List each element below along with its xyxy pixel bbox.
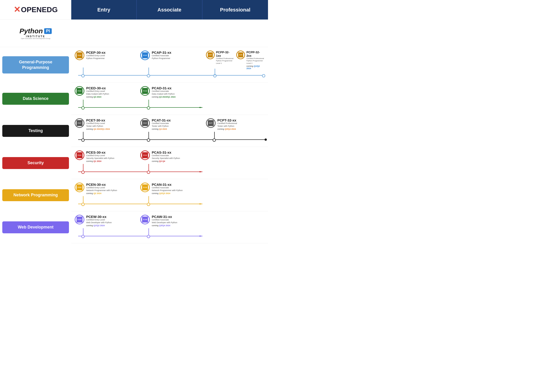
cert-card-general-associate: PCAP PCAP-31-xx Certified Associate Pyth… bbox=[140, 51, 199, 60]
cert-icon-data-assoc: PCAD bbox=[140, 86, 150, 96]
cert-web-entry: PCEW PCEW-30-xx Certified Entry-Level We… bbox=[71, 211, 137, 243]
category-label-security: Security bbox=[2, 157, 69, 169]
category-label-network: Network Programming bbox=[2, 189, 69, 201]
cert-icon-general-pro2: PCPP bbox=[236, 51, 245, 59]
cert-card-general-pro2: PCPP PCPP-32-2xx Certified Professional … bbox=[236, 51, 265, 79]
cert-card-general-pro1: PCPP PCPP-32-1xx Certified Professional … bbox=[206, 51, 234, 79]
category-cell-web: Web Development bbox=[0, 211, 71, 243]
cert-data-pro-empty bbox=[203, 83, 268, 115]
cert-icon-general-entry: PCEP bbox=[75, 51, 84, 60]
cert-icon-inner-assoc: PCAP bbox=[142, 52, 148, 58]
cert-text-general-associate: PCAP-31-xx Certified Associate Python Pr… bbox=[152, 51, 171, 60]
row-testing: PCET PCET-30-xx Certified Entry-Level Te… bbox=[71, 115, 268, 147]
pi-badge: PI bbox=[44, 28, 52, 34]
python-text: Python bbox=[19, 27, 43, 35]
left-panel: Python PI INSTITUTE Open Education and D… bbox=[0, 19, 71, 243]
category-label-general: General-Purpose Programming bbox=[2, 56, 69, 74]
cert-icon-testing-entry: PCET bbox=[75, 118, 84, 128]
cert-web-pro-empty bbox=[203, 211, 268, 243]
header: ✕ OPENEDG Entry Associate Professional bbox=[0, 0, 268, 19]
cert-security-pro-empty bbox=[203, 147, 268, 179]
pi-logo: Python PI INSTITUTE Open Education and D… bbox=[19, 27, 52, 39]
cert-testing-pro: PCPT PCPT-32-xx Certified Professional T… bbox=[203, 115, 268, 147]
pi-institute-row: Python PI bbox=[19, 27, 52, 35]
cert-network-entry: PCEN PCEN-30-xx Certified Entry-Level Ne… bbox=[71, 179, 137, 211]
category-cell-network: Network Programming bbox=[0, 179, 71, 211]
timeline-dot-general-assoc bbox=[147, 74, 150, 77]
cert-icon-general-associate: PCAP bbox=[140, 51, 150, 60]
category-label-data: Data Science bbox=[2, 93, 69, 104]
cert-general-professional: PCPP PCPP-32-1xx Certified Professional … bbox=[203, 47, 268, 82]
cert-general-associate: PCAP PCAP-31-xx Certified Associate Pyth… bbox=[137, 47, 202, 82]
cert-icon-web-entry: PCEW bbox=[75, 215, 84, 224]
cert-security-associate: PCAS PCAS-31-xx Certified Associate Secu… bbox=[137, 147, 202, 179]
cert-general-entry: PCEP PCEP-30-xx Certified Entry-Level Py… bbox=[71, 47, 137, 82]
pi-subtitle: Open Education and Development Group bbox=[21, 38, 50, 39]
category-cell-general: General-Purpose Programming bbox=[0, 47, 71, 83]
cert-text-general-entry: PCEP-30-xx Certified Entry-Level Python … bbox=[86, 51, 105, 60]
cert-testing-entry: PCET PCET-30-xx Certified Entry-Level Te… bbox=[71, 115, 137, 147]
cert-network-pro-empty bbox=[203, 179, 268, 211]
cert-data-entry: PCED PCED-30-xx Certified Entry-Level Da… bbox=[71, 83, 137, 115]
row-network: PCEN PCEN-30-xx Certified Entry-Level Ne… bbox=[71, 179, 268, 211]
cert-desc: Certified Associate Python Programmer bbox=[152, 54, 171, 60]
logo-area: ✕ OPENEDG bbox=[0, 0, 71, 19]
content-area: Python PI INSTITUTE Open Education and D… bbox=[0, 19, 268, 243]
logo-open: OPENEDG bbox=[21, 5, 58, 14]
cert-code: PCAP-31-xx bbox=[152, 51, 171, 54]
row-data: PCED PCED-30-xx Certified Entry-Level Da… bbox=[71, 83, 268, 115]
pi-logo-section: Python PI INSTITUTE Open Education and D… bbox=[0, 19, 71, 47]
row-general: PCEP PCEP-30-xx Certified Entry-Level Py… bbox=[71, 47, 268, 83]
cert-security-entry: PCES PCES-30-xx Certified Entry-Level Se… bbox=[71, 147, 137, 179]
logo-x-icon: ✕ bbox=[14, 5, 20, 14]
column-headers: Entry Associate Professional bbox=[71, 0, 268, 19]
entry-column-header: Entry bbox=[71, 0, 137, 19]
cert-icon-security-assoc: PCAS bbox=[140, 150, 150, 160]
cert-icon-security-entry: PCES bbox=[75, 150, 84, 160]
category-label-testing: Testing bbox=[2, 125, 69, 137]
row-security: PCES PCES-30-xx Certified Entry-Level Se… bbox=[71, 147, 268, 179]
row-web: PCEW PCEW-30-xx Certified Entry-Level We… bbox=[71, 211, 268, 243]
pi-logo-spacer bbox=[71, 19, 268, 47]
cert-web-associate: PCAW PCAW-31-xx Certified Associate Web … bbox=[137, 211, 202, 243]
cert-coming-general-pro2: coming Q1/Q2 2024 bbox=[247, 65, 265, 70]
cert-icon-data-entry: PCED bbox=[75, 86, 84, 96]
category-cell-data: Data Science bbox=[0, 83, 71, 115]
cert-card-general-entry: PCEP PCEP-30-xx Certified Entry-Level Py… bbox=[75, 51, 133, 60]
cert-icon-inner: PCEP bbox=[76, 52, 82, 58]
category-cell-testing: Testing bbox=[0, 115, 71, 147]
cert-data-associate: PCAD PCAD-31-xx Certified Associate Data… bbox=[137, 83, 202, 115]
timeline-dot-general-pro2 bbox=[262, 74, 265, 77]
cert-icon-network-entry: PCEN bbox=[75, 182, 84, 192]
cert-icon-testing-pro: PCPT bbox=[206, 118, 216, 128]
category-cell-security: Security bbox=[0, 147, 71, 179]
openedg-logo: ✕ OPENEDG bbox=[14, 5, 58, 14]
associate-column-header: Associate bbox=[137, 0, 202, 19]
cert-icon-testing-assoc: PCAT bbox=[140, 118, 150, 128]
category-label-web: Web Development bbox=[2, 221, 69, 233]
cert-desc: Certified Entry-Level Python Programmer bbox=[86, 54, 105, 60]
timeline-dot-general-entry bbox=[81, 74, 85, 77]
cert-icon-general-pro1: PCPP bbox=[206, 51, 215, 59]
right-panel: PCEP PCEP-30-xx Certified Entry-Level Py… bbox=[71, 19, 268, 243]
cert-code: PCEP-30-xx bbox=[86, 51, 105, 54]
cert-testing-associate: PCAT PCAT-31-xx Certified Associate Test… bbox=[137, 115, 202, 147]
cert-network-associate: PCAN PCAN-31-xx Certified Associate Netw… bbox=[137, 179, 202, 211]
professional-column-header: Professional bbox=[203, 0, 268, 19]
page-container: ✕ OPENEDG Entry Associate Professional bbox=[0, 0, 268, 243]
pi-institute-text: INSTITUTE bbox=[26, 35, 45, 38]
cert-icon-web-assoc: PCAW bbox=[140, 215, 150, 224]
cert-icon-network-assoc: PCAN bbox=[140, 182, 150, 192]
